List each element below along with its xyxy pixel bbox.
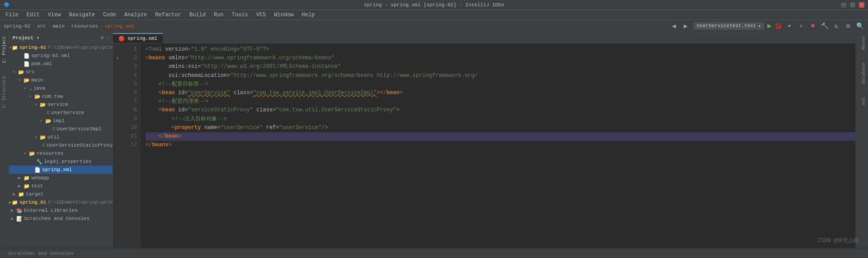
tree-item-springxml[interactable]: 📄 spring.xml: [9, 166, 113, 174]
gutter-cell-7: [113, 97, 122, 106]
project-panel-title: Project ▾: [13, 35, 39, 41]
code-line-10: <property name="userService" ref="userSe…: [146, 124, 855, 132]
scratches-tab[interactable]: Scratches and Consoles: [4, 250, 78, 257]
ant-tab[interactable]: Ant: [860, 95, 867, 107]
run-config-selector[interactable]: UserServiceTest.test ▾: [693, 22, 765, 30]
profile-button[interactable]: ⚡: [797, 21, 806, 30]
gutter-cell-1: [113, 45, 122, 54]
tree-item-util[interactable]: ▾ 📂 util: [9, 133, 113, 141]
code-content[interactable]: <?xml version="1.0" encoding="UTF-8"?> <…: [140, 43, 855, 248]
breadcrumb-part-file[interactable]: spring.xml: [105, 24, 135, 29]
code-line-1: <?xml version="1.0" encoding="UTF-8"?>: [146, 45, 855, 54]
tree-item-java[interactable]: ▾ ☕ java: [9, 84, 113, 92]
sync-button[interactable]: ↻: [832, 21, 841, 30]
code-line-2: <beans xmlns="http://www.springframework…: [146, 54, 855, 62]
stop-button[interactable]: ■: [808, 21, 817, 30]
tree-item-external-libraries[interactable]: ▶ 📚 External Libraries: [9, 206, 113, 215]
line-numbers: 1 2 3 4 5 6 7 8 9 10 11 12: [122, 43, 140, 248]
close-button[interactable]: ✕: [859, 2, 864, 8]
code-line-7: <!--配置代理类-->: [146, 97, 855, 106]
run-config-label: UserServiceTest.test: [697, 23, 756, 29]
tree-item-service[interactable]: ▾ 📂 service: [9, 100, 113, 109]
gutter-cell-2: ⬇: [113, 54, 122, 62]
gutter-cell-4: [113, 72, 122, 80]
main-layout: 1: Project 2: Structure Project ▾ ⚙ − ▾ …: [0, 33, 868, 248]
title-bar-controls: ─ □ ✕: [841, 2, 864, 8]
title-bar-title: spring - spring.xml [spring-02] - Intell…: [364, 2, 504, 8]
code-line-6: <bean id="userService" class="com.txw.se…: [146, 89, 855, 97]
settings-button[interactable]: ⚙: [844, 21, 853, 30]
tab-file-icon: 🔴: [118, 36, 125, 42]
back-button[interactable]: ◀: [670, 21, 679, 30]
menu-refactor[interactable]: Refactor: [151, 11, 185, 19]
project-action-gear[interactable]: ⚙: [101, 34, 104, 41]
menu-window[interactable]: Window: [270, 11, 297, 19]
project-panel-header: Project ▾ ⚙ −: [9, 33, 113, 43]
breadcrumb-part-resources[interactable]: resources: [71, 24, 98, 29]
tree-item-userservice[interactable]: C UserService: [9, 109, 113, 117]
forward-button[interactable]: ▶: [681, 21, 690, 30]
right-side-tabs: Maven Database Ant: [859, 33, 868, 248]
left-side-tabs: 1: Project 2: Structure: [0, 33, 9, 248]
gutter-cell-5: [113, 80, 122, 89]
watermark: CSDN @学无止路: [818, 237, 859, 244]
database-tab[interactable]: Database: [860, 61, 867, 86]
code-line-9: <!--注入目标对象-->: [146, 115, 855, 124]
menu-analyze[interactable]: Analyze: [121, 11, 151, 19]
breadcrumb-part-src[interactable]: src: [37, 24, 46, 29]
tree-item-resources[interactable]: ▾ 📂 resources: [9, 149, 113, 158]
tree-item-log4j[interactable]: 🔧 log4j.properties: [9, 158, 113, 166]
tree-item-test[interactable]: ▶ 📁 test: [9, 182, 113, 190]
tree-item-staticproxy[interactable]: C UserServiceStaticProxy: [9, 141, 113, 149]
editor-tabs: 🔴 spring.xml: [113, 33, 859, 43]
tree-item-main[interactable]: ▾ 📂 main: [9, 76, 113, 84]
tree-item-userserviceimpl[interactable]: C UserServiceImpl: [9, 125, 113, 133]
tree-item-spring01[interactable]: ▶ 📁 spring_01 F:\IDEAWork\spring\spring_…: [9, 198, 113, 206]
menu-run[interactable]: Run: [210, 11, 227, 19]
tree-item-webapp[interactable]: ▶ 📁 webapp: [9, 174, 113, 182]
editor-tab-springxml[interactable]: 🔴 spring.xml: [113, 33, 163, 43]
structure-tab[interactable]: 2: Structure: [1, 74, 8, 110]
run-button[interactable]: ▶: [767, 21, 772, 30]
debug-button[interactable]: 🐞: [774, 22, 782, 30]
menu-edit[interactable]: Edit: [23, 11, 43, 19]
project-tree: ▾ 📁 spring-02 F:\IDEAWork\spring\spring-…: [9, 43, 113, 248]
code-editor[interactable]: ⬇ 1 2 3 4: [113, 43, 859, 248]
menu-code[interactable]: Code: [99, 11, 120, 19]
menu-vcs[interactable]: VCS: [253, 11, 270, 19]
menu-bar: File Edit View Navigate Code Analyze Ref…: [0, 10, 868, 20]
menu-view[interactable]: View: [44, 11, 65, 19]
bottom-panel: Scratches and Consoles: [0, 248, 868, 258]
tree-item-comtxw[interactable]: ▾ 📂 com.txw: [9, 92, 113, 100]
menu-navigate[interactable]: Navigate: [65, 11, 99, 19]
menu-build[interactable]: Build: [186, 11, 209, 19]
tree-item-spring02xml[interactable]: 📄 spring-02.xml: [9, 52, 113, 60]
search-button[interactable]: 🔍: [855, 21, 864, 30]
code-line-11: </bean>: [146, 132, 855, 141]
tree-item-src[interactable]: ▾ 📂 src: [9, 68, 113, 76]
breadcrumb-part-project[interactable]: spring-02: [4, 24, 30, 29]
minimize-button[interactable]: ─: [841, 2, 846, 8]
menu-file[interactable]: File: [2, 11, 22, 19]
gutter-cell-9: [113, 115, 122, 124]
project-tab[interactable]: 1: Project: [1, 34, 8, 65]
build-button[interactable]: 🔨: [820, 21, 829, 30]
gutter-cell-8: [113, 106, 122, 115]
maximize-button[interactable]: □: [850, 2, 855, 8]
tree-item-impl[interactable]: ▾ 📂 impl: [9, 117, 113, 125]
tree-item-scratches[interactable]: ▶ 📝 Scratches and Consoles: [9, 215, 113, 223]
tree-item-pomxml[interactable]: 📄 pom.xml: [9, 60, 113, 68]
menu-help[interactable]: Help: [298, 11, 318, 19]
gutter: ⬇: [113, 43, 122, 248]
code-line-3: xmlns:xsi="http://www.w3.org/2001/XMLSch…: [146, 62, 855, 71]
coverage-button[interactable]: ☂: [785, 21, 794, 30]
project-action-minus[interactable]: −: [106, 34, 109, 41]
menu-tools[interactable]: Tools: [228, 11, 252, 19]
tree-item-target[interactable]: ▶ 📁 target: [9, 190, 113, 198]
right-scroll[interactable]: [855, 43, 859, 248]
tree-item-spring02[interactable]: ▾ 📁 spring-02 F:\IDEAWork\spring\spring-…: [9, 43, 113, 52]
app-icon: 🔷: [4, 2, 10, 8]
gutter-cell-6: [113, 89, 122, 97]
maven-tab[interactable]: Maven: [860, 34, 867, 52]
breadcrumb-part-main[interactable]: main: [52, 24, 64, 29]
